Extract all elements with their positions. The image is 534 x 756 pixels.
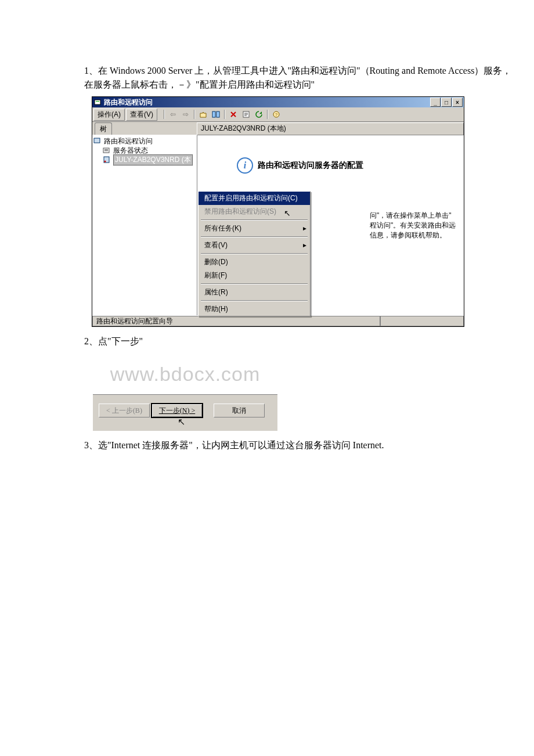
submenu-arrow-icon: ▸ [303, 224, 306, 232]
tree-pane[interactable]: 路由和远程访问 服务器状态 JULY-ZAB2QV3NRD (本 [92, 135, 197, 315]
wizard-buttons: < 上一步(B) 下一步(N) > 取消 ↖ [93, 394, 277, 431]
context-menu: 配置并启用路由和远程访问(C) 禁用路由和远程访问(S) 所有任务(K)▸ 查看… [198, 191, 311, 316]
wizard-strip: www.bdocx.com < 上一步(B) 下一步(N) > 取消 ↖ [93, 354, 277, 431]
ctx-delete[interactable]: 删除(D) [199, 255, 310, 269]
svg-point-12 [104, 161, 106, 163]
info-icon: i [237, 157, 253, 174]
help-icon[interactable]: ? [270, 109, 282, 120]
computer-icon [93, 138, 102, 145]
svg-rect-1 [96, 101, 99, 102]
back-button: < 上一步(B) [99, 404, 150, 417]
ctx-view[interactable]: 查看(V)▸ [199, 239, 310, 252]
mmc-body: 路由和远程访问 服务器状态 JULY-ZAB2QV3NRD (本 JULY-ZA… [92, 135, 464, 315]
refresh-icon[interactable] [253, 109, 265, 120]
cursor-icon: ↖ [178, 416, 185, 427]
window-title: 路由和远程访问 [102, 98, 430, 107]
menu-action[interactable]: 操作(A) [93, 109, 125, 121]
delete-icon[interactable] [228, 109, 239, 120]
svg-rect-9 [104, 149, 108, 150]
status-spacer [380, 316, 464, 326]
titlebar[interactable]: 路由和远程访问 _ □ × [92, 97, 464, 107]
pane-header: JULY-ZAB2QV3NRD (本地) [197, 123, 464, 135]
step-3-text: 3、选"Internet 连接服务器"，让内网主机可以通过这台服务器访问 Int… [15, 440, 519, 452]
maximize-button[interactable]: □ [441, 98, 452, 107]
svg-rect-7 [94, 138, 100, 143]
tab-tree[interactable]: 树 [95, 123, 112, 135]
app-icon [93, 98, 102, 106]
step-2-text: 2、点"下一步" [15, 336, 519, 348]
svg-rect-3 [217, 111, 219, 117]
svg-rect-2 [212, 111, 215, 117]
show-hide-icon[interactable] [210, 109, 222, 120]
ctx-disable: 禁用路由和远程访问(S) [199, 205, 310, 218]
up-icon[interactable] [197, 109, 209, 120]
mmc-window: 路由和远程访问 _ □ × 操作(A) 查看(V) ⇦ ⇨ ? 树 [92, 96, 464, 327]
status-bar: 路由和远程访问配置向导 [92, 315, 464, 326]
ctx-all-tasks[interactable]: 所有任务(K)▸ [199, 222, 310, 235]
tree-server[interactable]: JULY-ZAB2QV3NRD (本 [92, 155, 197, 164]
next-button[interactable]: 下一步(N) > [151, 403, 203, 418]
svg-rect-0 [95, 100, 100, 105]
svg-rect-10 [104, 150, 108, 151]
status-icon [103, 147, 111, 154]
menu-view[interactable]: 查看(V) [126, 109, 157, 121]
watermark-text: www.bdocx.com [93, 354, 277, 394]
minimize-button[interactable]: _ [430, 98, 441, 107]
ctx-configure[interactable]: 配置并启用路由和远程访问(C) [199, 192, 310, 205]
svg-text:?: ? [275, 112, 278, 117]
forward-icon[interactable]: ⇨ [180, 109, 192, 120]
status-text: 路由和远程访问配置向导 [92, 316, 380, 326]
ctx-help[interactable]: 帮助(H) [199, 303, 310, 316]
ctx-properties[interactable]: 属性(R) [199, 286, 310, 299]
tree-root[interactable]: 路由和远程访问 [92, 136, 197, 146]
info-title: 路由和远程访问服务器的配置 [258, 160, 363, 171]
ctx-refresh[interactable]: 刷新(F) [199, 269, 310, 282]
properties-icon[interactable] [240, 109, 252, 120]
step-1-text: 1、在 Windows 2000 Server 上，从管理工具中进入"路由和远程… [15, 64, 519, 92]
submenu-arrow-icon: ▸ [303, 241, 306, 249]
back-icon[interactable]: ⇦ [167, 109, 179, 120]
server-icon [103, 156, 111, 163]
cancel-button[interactable]: 取消 [214, 404, 265, 417]
close-button[interactable]: × [452, 98, 463, 107]
hint-text: 问"，请在操作菜单上单击" 程访问"。有关安装路由和远 信息，请参阅联机帮助。 [370, 211, 459, 240]
menubar: 操作(A) 查看(V) ⇦ ⇨ ? [92, 107, 464, 122]
